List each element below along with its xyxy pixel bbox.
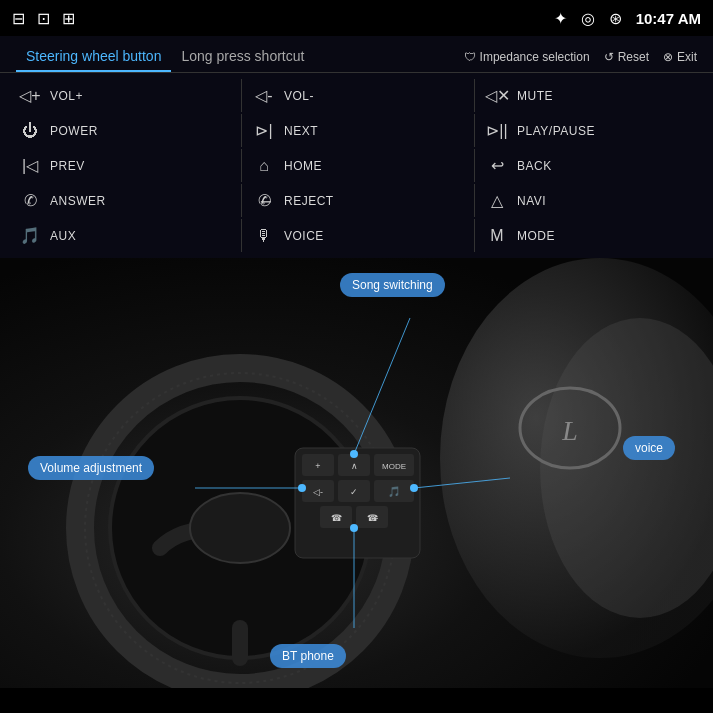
control-vol-plus[interactable]: ◁+ VOL+ xyxy=(8,79,239,112)
tab-steering[interactable]: Steering wheel button xyxy=(16,42,171,72)
svg-text:L: L xyxy=(561,415,578,446)
control-prev[interactable]: |◁ PREV xyxy=(8,149,239,182)
menu-icon: ⊟ xyxy=(12,9,25,28)
reset-icon: ↺ xyxy=(604,50,614,64)
mode-icon: M xyxy=(485,227,509,245)
control-aux[interactable]: 🎵 AUX xyxy=(8,219,239,252)
reset-action[interactable]: ↺ Reset xyxy=(604,50,649,64)
control-next[interactable]: ⊳| NEXT xyxy=(241,114,472,147)
control-mode[interactable]: M MODE xyxy=(474,219,705,252)
svg-text:◁-: ◁- xyxy=(313,487,323,497)
bubble-volume: Volume adjustment xyxy=(28,456,154,480)
svg-text:☎: ☎ xyxy=(331,513,342,523)
impedance-action[interactable]: 🛡 Impedance selection xyxy=(464,50,590,64)
svg-text:+: + xyxy=(315,461,320,471)
image-icon: ⊞ xyxy=(62,9,75,28)
back-icon: ↩ xyxy=(485,156,509,175)
navi-icon: △ xyxy=(485,191,509,210)
svg-text:∧: ∧ xyxy=(351,461,358,471)
svg-point-6 xyxy=(190,493,290,563)
location-icon: ◎ xyxy=(581,9,595,28)
control-power[interactable]: ⏻ POWER xyxy=(8,114,239,147)
next-icon: ⊳| xyxy=(252,121,276,140)
controls-grid: ◁+ VOL+ ◁- VOL- ◁✕ MUTE ⏻ POWER ⊳| NEXT … xyxy=(0,73,713,258)
control-playpause[interactable]: ⊳|| PLAY/PAUSE xyxy=(474,114,705,147)
power-icon: ⏻ xyxy=(18,122,42,140)
prev-icon: |◁ xyxy=(18,156,42,175)
control-voice[interactable]: 🎙 VOICE xyxy=(241,219,472,252)
vol-plus-icon: ◁+ xyxy=(18,86,42,105)
bubble-bt: BT phone xyxy=(270,644,346,668)
svg-text:☎̶: ☎̶ xyxy=(367,513,378,523)
answer-icon: ✆ xyxy=(18,191,42,210)
vol-minus-icon: ◁- xyxy=(252,86,276,105)
signal-icon: ⊛ xyxy=(609,9,622,28)
bubble-voice: voice xyxy=(623,436,675,460)
control-vol-minus[interactable]: ◁- VOL- xyxy=(241,79,472,112)
screen-icon: ⊡ xyxy=(37,9,50,28)
exit-action[interactable]: ⊗ Exit xyxy=(663,50,697,64)
status-bar-right: ✦ ◎ ⊛ 10:47 AM xyxy=(554,9,701,28)
control-mute[interactable]: ◁✕ MUTE xyxy=(474,79,705,112)
status-bar-left-icons: ⊟ ⊡ ⊞ xyxy=(12,9,75,28)
mute-icon: ◁✕ xyxy=(485,86,509,105)
control-home[interactable]: ⌂ HOME xyxy=(241,149,472,182)
svg-text:MODE: MODE xyxy=(382,462,406,471)
bluetooth-icon: ✦ xyxy=(554,9,567,28)
status-bar: ⊟ ⊡ ⊞ ✦ ◎ ⊛ 10:47 AM xyxy=(0,0,713,36)
home-icon: ⌂ xyxy=(252,157,276,175)
clock: 10:47 AM xyxy=(636,10,701,27)
steering-background: + ∧ MODE ◁- ✓ 🎵 ☎ ☎̶ L xyxy=(0,258,713,688)
impedance-icon: 🛡 xyxy=(464,50,476,64)
car-image-area: + ∧ MODE ◁- ✓ 🎵 ☎ ☎̶ L xyxy=(0,258,713,688)
svg-text:✓: ✓ xyxy=(350,487,358,497)
control-navi[interactable]: △ NAVI xyxy=(474,184,705,217)
control-reject[interactable]: ✆̶ REJECT xyxy=(241,184,472,217)
svg-text:🎵: 🎵 xyxy=(388,485,401,498)
tab-longpress[interactable]: Long press shortcut xyxy=(171,42,314,72)
tabs-row: Steering wheel button Long press shortcu… xyxy=(0,36,713,73)
bubble-song: Song switching xyxy=(340,273,445,297)
reject-icon: ✆̶ xyxy=(252,191,276,210)
control-back[interactable]: ↩ BACK xyxy=(474,149,705,182)
aux-icon: 🎵 xyxy=(18,226,42,245)
exit-icon: ⊗ xyxy=(663,50,673,64)
voice-icon: 🎙 xyxy=(252,227,276,245)
playpause-icon: ⊳|| xyxy=(485,121,509,140)
tabs-actions: 🛡 Impedance selection ↺ Reset ⊗ Exit xyxy=(464,50,697,64)
control-answer[interactable]: ✆ ANSWER xyxy=(8,184,239,217)
